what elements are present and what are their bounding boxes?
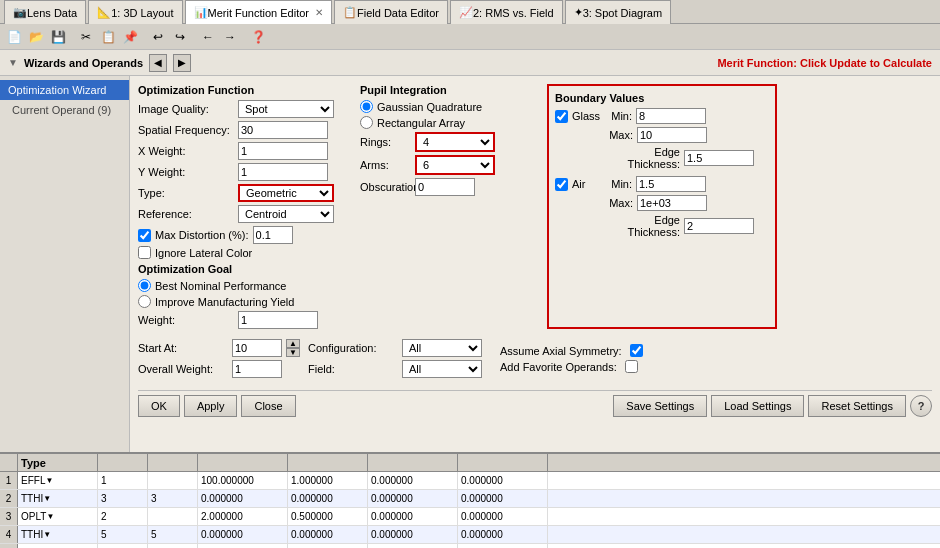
y-weight-input[interactable] xyxy=(238,163,328,181)
reference-select[interactable]: Centroid Chief Ray xyxy=(238,205,334,223)
air-min-input[interactable] xyxy=(636,176,706,192)
glass-label: Glass xyxy=(572,110,604,122)
toolbar-new[interactable]: 📄 xyxy=(4,27,24,47)
pupil-integration-panel: Pupil Integration Gaussian Quadrature Re… xyxy=(360,84,535,329)
save-settings-button[interactable]: Save Settings xyxy=(613,395,707,417)
air-edge-input[interactable] xyxy=(684,218,754,234)
overall-weight-label: Overall Weight: xyxy=(138,363,228,375)
improve-mfg-radio[interactable] xyxy=(138,295,151,308)
max-distortion-checkbox[interactable] xyxy=(138,229,151,242)
cell-pct: 0.000000 xyxy=(458,508,548,525)
glass-max-row: Max: xyxy=(555,127,769,143)
spot-diagram-icon: ✦ xyxy=(574,6,583,19)
field-select[interactable]: All xyxy=(402,360,482,378)
ok-button[interactable]: OK xyxy=(138,395,180,417)
table-row[interactable]: 4 TTHI ▼ 5 5 0.000000 0.000000 0.000000 … xyxy=(0,526,940,544)
settings-col-right: Assume Axial Symmetry: Add Favorite Oper… xyxy=(500,344,643,373)
reset-settings-button[interactable]: Reset Settings xyxy=(808,395,906,417)
table-row[interactable]: 1 EFFL ▼ 1 100.000000 1.000000 0.000000 … xyxy=(0,472,940,490)
toolbar-copy[interactable]: 📋 xyxy=(98,27,118,47)
wizards-nav-next[interactable]: ▶ xyxy=(173,54,191,72)
help-button[interactable]: ? xyxy=(910,395,932,417)
load-settings-button[interactable]: Load Settings xyxy=(711,395,804,417)
type-select[interactable]: Geometric Diffraction xyxy=(238,184,334,202)
table-row[interactable]: 3 OPLT ▼ 2 2.000000 0.500000 0.000000 0.… xyxy=(0,508,940,526)
tab-merit-function-close[interactable]: ✕ xyxy=(315,7,323,18)
glass-max-input[interactable] xyxy=(637,127,707,143)
toolbar-back[interactable]: ← xyxy=(198,27,218,47)
rectangular-radio[interactable] xyxy=(360,116,373,129)
wizards-nav-prev[interactable]: ◀ xyxy=(149,54,167,72)
toolbar-cut[interactable]: ✂ xyxy=(76,27,96,47)
row-number: 4 xyxy=(0,526,18,543)
tab-rms-field[interactable]: 📈 2: RMS vs. Field xyxy=(450,0,563,24)
toolbar-redo[interactable]: ↪ xyxy=(170,27,190,47)
configuration-select[interactable]: All xyxy=(402,339,482,357)
gaussian-radio[interactable] xyxy=(360,100,373,113)
spinner-up[interactable]: ▲ xyxy=(286,339,300,348)
rectangular-row: Rectangular Array xyxy=(360,116,535,129)
configuration-row: Configuration: All xyxy=(308,339,482,357)
cell-value: 0.000000 xyxy=(368,472,458,489)
assume-axial-checkbox[interactable] xyxy=(630,344,643,357)
start-at-row: Start At: ▲ ▼ xyxy=(138,339,300,357)
cell-target: 100.000000 xyxy=(198,472,288,489)
start-at-spinner[interactable]: ▲ ▼ xyxy=(286,339,300,357)
toolbar-help[interactable]: ❓ xyxy=(248,27,268,47)
cell-wave: 3 xyxy=(148,490,198,507)
optimization-function-panel: Optimization Function Image Quality: Spo… xyxy=(138,84,348,329)
table-row[interactable]: 2 TTHI ▼ 3 3 0.000000 0.000000 0.000000 … xyxy=(0,490,940,508)
toolbar-save[interactable]: 💾 xyxy=(48,27,68,47)
table-row[interactable]: 5 OPLT ▼ 4 6.000000 0.500000 0.000000 0.… xyxy=(0,544,940,548)
x-weight-input[interactable] xyxy=(238,142,328,160)
obscuration-label: Obscuration: xyxy=(360,181,415,193)
tab-merit-function[interactable]: 📊 Merit Function Editor ✕ xyxy=(185,0,332,24)
merit-status: Click Update to Calculate xyxy=(800,57,932,69)
ignore-lateral-checkbox[interactable] xyxy=(138,246,151,259)
rings-select[interactable]: 4 6 8 xyxy=(415,132,495,152)
air-checkbox[interactable] xyxy=(555,178,568,191)
spatial-freq-input[interactable] xyxy=(238,121,328,139)
max-distortion-input[interactable] xyxy=(253,226,293,244)
image-quality-select[interactable]: Spot xyxy=(238,100,334,118)
wizards-bar: ▼ Wizards and Operands ◀ ▶ Merit Functio… xyxy=(0,50,940,76)
cell-pct: 0.000000 xyxy=(458,490,548,507)
gaussian-label: Gaussian Quadrature xyxy=(377,101,482,113)
cell-surf: 4 xyxy=(98,544,148,548)
glass-edge-input[interactable] xyxy=(684,150,754,166)
glass-min-input[interactable] xyxy=(636,108,706,124)
apply-button[interactable]: Apply xyxy=(184,395,238,417)
toolbar-forward[interactable]: → xyxy=(220,27,240,47)
cell-wave: 5 xyxy=(148,526,198,543)
tab-spot-diagram[interactable]: ✦ 3: Spot Diagram xyxy=(565,0,671,24)
type-label: Type: xyxy=(138,187,238,199)
settings-col-mid: Configuration: All Field: All xyxy=(308,339,482,378)
start-at-input[interactable] xyxy=(232,339,282,357)
air-max-input[interactable] xyxy=(637,195,707,211)
tab-lens-data[interactable]: 📷 Lens Data xyxy=(4,0,86,24)
arms-select[interactable]: 6 8 10 xyxy=(415,155,495,175)
weight-input[interactable] xyxy=(238,311,318,329)
row-number: 2 xyxy=(0,490,18,507)
best-nominal-radio[interactable] xyxy=(138,279,151,292)
sidebar-item-optimization-wizard[interactable]: Optimization Wizard xyxy=(0,80,129,100)
toolbar-paste[interactable]: 📌 xyxy=(120,27,140,47)
toolbar-open[interactable]: 📂 xyxy=(26,27,46,47)
tab-field-data[interactable]: 📋 Field Data Editor xyxy=(334,0,448,24)
tab-3d-layout[interactable]: 📐 1: 3D Layout xyxy=(88,0,182,24)
cell-value: 0.000000 xyxy=(368,526,458,543)
cell-type: OPLT ▼ xyxy=(18,544,98,548)
tab-3d-layout-label: 1: 3D Layout xyxy=(111,7,173,19)
header-weight xyxy=(288,454,368,471)
cell-value: 0.000000 xyxy=(368,508,458,525)
obscuration-input[interactable] xyxy=(415,178,475,196)
toolbar-undo[interactable]: ↩ xyxy=(148,27,168,47)
add-favorite-checkbox[interactable] xyxy=(625,360,638,373)
close-button[interactable]: Close xyxy=(241,395,295,417)
overall-weight-input[interactable] xyxy=(232,360,282,378)
sidebar-item-current-operand[interactable]: Current Operand (9) xyxy=(0,100,129,120)
spinner-down[interactable]: ▼ xyxy=(286,348,300,357)
glass-checkbox[interactable] xyxy=(555,110,568,123)
x-weight-row: X Weight: xyxy=(138,142,348,160)
tab-lens-data-label: Lens Data xyxy=(27,7,77,19)
